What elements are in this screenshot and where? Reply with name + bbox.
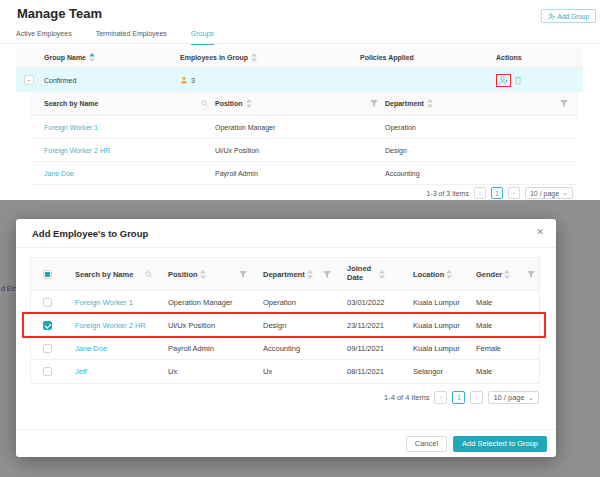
next-page-button[interactable]: › [470,391,483,404]
modal-footer: Cancel Add Selected to Group [16,429,556,457]
col-policies-applied: Policies Applied [360,54,414,61]
cancel-button[interactable]: Cancel [406,436,447,452]
cell-joined-date: 08/11/2021 [335,367,401,376]
chevron-down-icon: ⌄ [562,189,568,197]
member-department: Design [385,147,560,154]
groups-table: Group Name Employees in Group Policies A… [16,48,583,92]
employee-link[interactable]: Foreign Worker 1 [44,124,98,131]
member-row: Foreign Worker 1 Operation Manager Opera… [30,116,578,139]
add-selected-to-group-button[interactable]: Add Selected to Group [453,436,547,452]
employee-link[interactable]: Foreign Worker 2 HR [75,321,146,330]
cell-joined-date: 03/01/2022 [335,298,401,307]
employees-table-header: Search by Name Position Department Jo [31,258,539,291]
cell-department: Operation [251,298,335,307]
user-add-icon [548,13,555,20]
members-pagination: 1-3 of 3 items ‹ 1 › 10 / page ⌄ [427,187,574,199]
filter-icon[interactable] [527,271,535,278]
cell-gender: Male [464,298,539,307]
page-title: Manage Team [17,6,102,21]
col-group-name: Group Name [44,54,86,61]
row-checkbox[interactable] [43,298,52,307]
add-group-button[interactable]: Add Group [541,9,596,23]
sort-icon[interactable] [307,270,313,279]
group-row-confirmed[interactable]: - Confirmed 3 [16,68,583,92]
sort-icon[interactable] [89,53,95,62]
sort-icon[interactable] [251,53,257,62]
cell-position: Ux [156,367,251,376]
sort-icon[interactable] [246,99,252,108]
page-1-button[interactable]: 1 [452,391,465,404]
pagination-summary: 1-4 of 4 items [384,393,429,402]
screen: Manage Team Add Group Active Employees T… [0,0,600,477]
sort-icon[interactable] [504,270,510,279]
row-checkbox[interactable] [43,367,52,376]
search-icon[interactable] [201,100,208,107]
cell-gender: Male [464,367,539,376]
page-size-select[interactable]: 10 / page ⌄ [488,391,539,404]
col-position: Position [168,270,198,279]
prev-page-button[interactable]: ‹ [474,187,486,199]
chevron-down-icon: ⌄ [528,393,534,402]
next-page-button[interactable]: › [508,187,520,199]
tab-divider [0,43,600,44]
members-header: Search by Name Position Department [30,92,578,116]
add-employees-modal: Add Employee's to Group ✕ Search by Name… [16,219,556,457]
cell-gender: Male [464,321,539,330]
col-position: Position [215,100,243,107]
select-all-checkbox[interactable] [43,270,52,279]
cell-joined-date: 23/11/2021 [335,321,401,330]
sort-icon[interactable] [379,270,385,279]
employee-link[interactable]: Jane Doe [44,170,74,177]
col-joined-date: Joined Date [347,265,377,282]
cell-department: Design [251,321,335,330]
pagination-summary: 1-3 of 3 items [427,190,469,197]
employee-count: 3 [191,77,195,84]
cell-gender: Female [464,344,539,353]
person-icon [180,76,188,84]
close-icon[interactable]: ✕ [536,227,544,237]
collapse-row-button[interactable]: - [24,75,34,85]
search-icon[interactable] [145,271,152,278]
filter-icon[interactable] [560,100,568,107]
employee-link[interactable]: Jane Doe [75,344,107,353]
member-department: Operation [385,124,560,131]
employee-link[interactable]: Foreign Worker 1 [75,298,133,307]
col-department: Department [385,100,424,107]
annotation-box-action [496,74,511,87]
sort-icon[interactable] [427,99,433,108]
page-1-button[interactable]: 1 [491,187,503,199]
sort-icon[interactable] [446,270,452,279]
filter-icon[interactable] [239,271,247,278]
member-row: Jane Doe Payroll Admin Accounting [30,162,578,185]
add-employee-to-group-icon[interactable] [499,76,508,85]
filter-icon[interactable] [370,100,378,107]
cell-location: Kuala Lumpur [401,298,464,307]
sort-icon[interactable] [200,270,206,279]
delete-group-icon[interactable] [514,76,522,85]
employee-row: Jeff Ux Ux 08/11/2021 Selangor Male [31,360,539,383]
member-position: Operation Manager [215,124,385,131]
col-actions: Actions [496,54,522,61]
group-name: Confirmed [44,77,76,84]
col-gender: Gender [476,270,502,279]
employee-link[interactable]: Jeff [75,367,87,376]
prev-page-button[interactable]: ‹ [434,391,447,404]
member-position: Ui/Ux Position [215,147,385,154]
cell-position: Ui/Ux Position [156,321,251,330]
cell-position: Operation Manager [156,298,251,307]
cell-location: Kuala Lumpur [401,344,464,353]
employee-row-selected: Foreign Worker 2 HR Ui/Ux Position Desig… [31,314,539,337]
modal-pagination: 1-4 of 4 items ‹ 1 › 10 / page ⌄ [384,391,539,404]
filter-icon[interactable] [323,271,331,278]
cell-location: Selangor [401,367,464,376]
member-department: Accounting [385,170,560,177]
cell-department: Accounting [251,344,335,353]
add-group-label: Add Group [558,13,589,20]
page-size-select[interactable]: 10 / page ⌄ [525,187,573,199]
employee-link[interactable]: Foreign Worker 2 HR [44,147,110,154]
row-checkbox[interactable] [43,344,52,353]
employee-row: Foreign Worker 1 Operation Manager Opera… [31,291,539,314]
cell-department: Ux [251,367,335,376]
col-department: Department [263,270,305,279]
row-checkbox-checked[interactable] [43,321,52,330]
